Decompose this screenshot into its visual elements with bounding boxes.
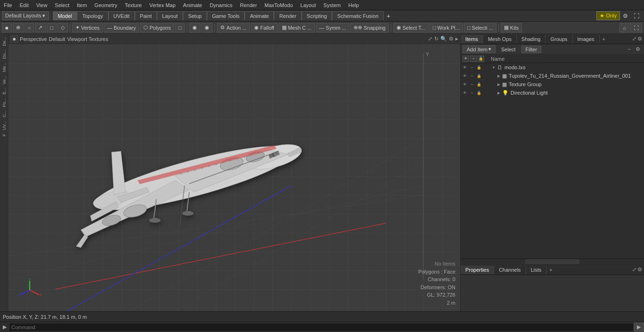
tb-box[interactable]: □ (47, 23, 57, 32)
tb-circle[interactable]: ○ (25, 23, 34, 32)
tb-snap3[interactable]: ◉ (201, 23, 213, 32)
items-settings-icon[interactable]: ⚙ (634, 46, 642, 53)
layout-tab-scripting[interactable]: Scripting (302, 11, 332, 20)
items-tree[interactable]: 👁 + 🔒 ▼ 🗋 modo.lxo 👁 + 🔒 ▶ ▦ T (461, 63, 644, 259)
sidebar-label-e[interactable]: E... (1, 87, 7, 96)
props-tab-add[interactable]: + (546, 266, 555, 274)
layout-tab-model[interactable]: Model (53, 11, 77, 20)
vp-default[interactable]: Default (49, 36, 66, 42)
tab-images[interactable]: Images (573, 35, 600, 43)
layout-dropdown[interactable]: Default Layouts ▾ (2, 11, 49, 20)
layout-tab-uvedit[interactable]: UVEdit (108, 11, 135, 20)
panel-expand-icon[interactable]: ⤢ (632, 36, 636, 42)
tb-snap[interactable]: ⊕ (13, 23, 24, 32)
tree-eye-3[interactable]: 👁 (462, 81, 468, 88)
tb-arrow[interactable]: ↗ (35, 23, 46, 32)
menu-dynamics[interactable]: Dynamics (206, 1, 236, 9)
tab-lists[interactable]: Lists (526, 266, 547, 274)
command-input[interactable] (9, 324, 634, 331)
tree-lock-1[interactable]: 🔒 (476, 64, 482, 71)
tb-select-t[interactable]: ◉Select T... (393, 23, 429, 32)
vp-texture[interactable]: Viewport Textures (67, 36, 108, 42)
tab-properties[interactable]: Properties (461, 266, 494, 274)
viewport-canvas[interactable]: Y (8, 44, 460, 311)
menu-render[interactable]: Render (236, 1, 261, 9)
sidebar-label-f[interactable]: F (1, 132, 7, 138)
tab-add[interactable]: + (600, 35, 608, 43)
layout-tab-gametools[interactable]: Game Tools (207, 11, 245, 20)
tb-snapping[interactable]: ⊕⊕Snapping (350, 23, 389, 32)
tb-falloff[interactable]: ◉Falloff (251, 23, 278, 32)
tree-lock-2[interactable]: 🔒 (476, 73, 482, 79)
arrow-3[interactable]: ▶ (497, 82, 500, 87)
tree-item-tupolev[interactable]: 👁 + 🔒 ▶ ▦ Tupolev_Tu_214_Russian_Governm… (461, 72, 644, 80)
sidebar-label-c[interactable]: C... (1, 109, 7, 119)
tree-plus-2[interactable]: + (469, 73, 475, 79)
menu-texture[interactable]: Texture (121, 1, 146, 9)
tb-kits[interactable]: ▦Kits (501, 23, 522, 32)
tree-plus-1[interactable]: + (469, 64, 475, 71)
tb-vertices[interactable]: ✦Vertices (72, 23, 103, 32)
layout-tab-schematic[interactable]: Schematic Fusion (332, 11, 383, 20)
tree-item-modo-lxo[interactable]: 👁 + 🔒 ▼ 🗋 modo.lxo (461, 63, 644, 72)
menu-edit[interactable]: Edit (16, 1, 33, 9)
layout-tab-render[interactable]: Render (274, 11, 301, 20)
menu-animate[interactable]: Animate (179, 1, 206, 9)
tb-fullscreen[interactable]: ⛶ (630, 23, 642, 32)
tb-action[interactable]: ⚙Action ... (217, 23, 250, 32)
tb-mesh-c[interactable]: ▦Mesh C ... (279, 23, 315, 32)
tb-diamond[interactable]: ◇ (58, 23, 68, 32)
menu-file[interactable]: File (0, 1, 16, 9)
tree-item-texture-group[interactable]: 👁 + 🔒 ▶ ▦ Texture Group (461, 80, 644, 89)
tree-lock-3[interactable]: 🔒 (476, 81, 482, 88)
panel-gear-icon[interactable]: ⚙ (637, 36, 642, 42)
layout-gear-btn[interactable]: ⚙ (620, 12, 631, 20)
vp-icon-settings[interactable]: ⚙ (449, 36, 454, 42)
tree-eye-4[interactable]: 👁 (462, 89, 468, 96)
tb-selecti[interactable]: □Selecti ... (464, 23, 496, 32)
star-only-btn[interactable]: ★ Only (596, 11, 620, 20)
vis-eye-btn[interactable]: 👁 (462, 56, 469, 62)
tb-symm[interactable]: —Symm ... (316, 23, 349, 32)
cmd-prompt-arrow[interactable]: ▶ (0, 324, 9, 330)
tb-polygons[interactable]: ⬡Polygons (140, 23, 174, 32)
arrow-2[interactable]: ▶ (497, 74, 500, 78)
sidebar-label-me[interactable]: Me... (1, 61, 7, 73)
items-scrollbar[interactable] (461, 259, 644, 264)
layout-tab-animate[interactable]: Animate (245, 11, 274, 20)
tree-eye-2[interactable]: 👁 (462, 73, 468, 79)
props-expand-icon[interactable]: ⤢ (632, 267, 636, 273)
vp-perspective[interactable]: Perspective (20, 36, 47, 42)
layout-tab-paint[interactable]: Paint (135, 11, 157, 20)
layout-tab-layout[interactable]: Layout (157, 11, 183, 20)
tb-mesh-sel[interactable]: □ (175, 23, 185, 32)
layout-add-tab[interactable]: + (384, 11, 393, 21)
sidebar-label-uv[interactable]: UV... (1, 120, 7, 131)
sidebar-label-ve[interactable]: Ve... (1, 74, 7, 86)
menu-select[interactable]: Select (51, 1, 73, 9)
arrow-1[interactable]: ▼ (492, 65, 495, 70)
vp-icon-move[interactable]: ⤢ (428, 36, 432, 42)
tab-shading[interactable]: Shading (517, 35, 545, 43)
layout-tab-setup[interactable]: Setup (183, 11, 207, 20)
layout-tab-topology[interactable]: Topology (77, 11, 108, 20)
tb-boundary[interactable]: —Boundary (104, 23, 139, 32)
props-gear-icon[interactable]: ⚙ (637, 267, 642, 273)
tree-plus-3[interactable]: + (469, 81, 475, 88)
tab-channels[interactable]: Channels (494, 266, 526, 274)
menu-view[interactable]: View (33, 1, 51, 9)
tb-snap2[interactable]: ◉ (189, 23, 200, 32)
items-select-btn[interactable]: Select (497, 46, 520, 53)
menu-help[interactable]: Help (345, 1, 363, 9)
tree-lock-4[interactable]: 🔒 (476, 89, 482, 96)
add-item-btn[interactable]: Add Item ▾ (462, 45, 495, 53)
cmd-execute-btn[interactable]: ▶ (634, 323, 644, 332)
vp-icon-rotate[interactable]: ↻ (434, 36, 438, 42)
vp-toggle[interactable]: ■ (10, 35, 18, 42)
tree-eye-1[interactable]: 👁 (462, 64, 468, 71)
tree-plus-4[interactable]: + (469, 89, 475, 96)
menu-maxtomodo[interactable]: MaxToModo (261, 1, 297, 9)
tab-mesh-ops[interactable]: Mesh Ops (483, 35, 517, 43)
layout-fullscreen-btn[interactable]: ⛶ (631, 12, 642, 20)
menu-system[interactable]: System (320, 1, 345, 9)
